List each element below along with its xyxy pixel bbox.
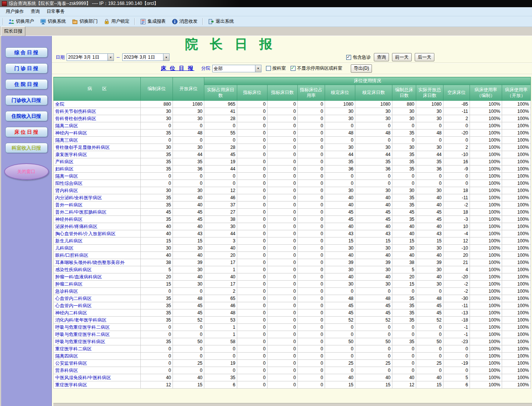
table-row[interactable]: 呼吸与危重症医学科病区35505800050503550-23100%100% <box>54 338 531 345</box>
sidebar-item-outpatient-income-daily[interactable]: 门诊收入日报 <box>5 95 48 105</box>
bed-daily-report-link[interactable]: 床 位 日 报 <box>161 65 194 72</box>
table-row[interactable]: 神经外科病区35453800045453545-3100%100% <box>54 216 531 223</box>
value-cell: 12 <box>204 187 237 194</box>
table-row[interactable]: 感染性疾病科病区530100030305304100%100% <box>54 266 531 273</box>
tab-director-daily-report[interactable]: 院长日报 <box>1 27 25 36</box>
switch-department-button[interactable]: 切换部门 <box>69 17 100 26</box>
value-cell: 36 <box>173 166 204 173</box>
hide-disabled-wards-checkbox[interactable]: ✓ 不显示停用病区或科室 <box>291 65 342 72</box>
table-row[interactable]: 阳性综合病区00000000000100%100% <box>54 180 531 187</box>
table-row[interactable]: 胸心血管外科/介入放射科病区40434400043434043-4100%100… <box>54 230 531 237</box>
menu-daily-affairs[interactable]: 日常事务 <box>43 7 68 16</box>
value-cell: 0 <box>237 115 268 122</box>
value-cell: 40 <box>392 223 416 230</box>
switch-user-button[interactable]: 切换用户 <box>6 17 37 26</box>
value-cell: 48 <box>416 130 443 137</box>
sidebar-item-bed-daily-active[interactable]: 床 位 日 报 <box>5 127 48 137</box>
value-cell: 45 <box>355 216 392 223</box>
table-row[interactable]: 肿瘤一科/血液病科病区20404000040402040-20100%100% <box>54 273 531 281</box>
table-row[interactable]: 隔离四病区00000000000100%100% <box>54 353 531 360</box>
table-row[interactable]: 骨科关节创伤科病区30304100030303030-11100%100% <box>54 108 531 115</box>
integrated-report-button[interactable]: 集成报表 <box>137 17 168 26</box>
table-row[interactable]: 脊柱微创手足显微外科病区303028000303030302100%100% <box>54 144 531 151</box>
sidebar-item-inpatient-income-daily[interactable]: 住院收入日报 <box>5 111 48 121</box>
value-cell: 35 <box>141 151 173 158</box>
value-cell: -1 <box>443 324 470 331</box>
switch-department-icon <box>72 19 78 25</box>
value-cell: 30 <box>416 266 443 273</box>
table-row[interactable]: 重症医学科病区12156000151512156100%100% <box>54 381 531 389</box>
sidebar-item-outpatient-daily[interactable]: 门 诊 日 报 <box>5 63 48 73</box>
previous-day-button[interactable]: 前一天 <box>392 53 412 61</box>
table-row[interactable]: 呼吸与危重症医学科二病区0010000000-1100%100% <box>54 331 531 338</box>
messages-button[interactable]: 消息收发 <box>169 17 200 26</box>
menu-query[interactable]: 查询 <box>27 7 43 16</box>
table-row[interactable]: 康复医学科病区35444500044443544-10100%100% <box>54 151 531 158</box>
chevron-down-icon[interactable]: ▼ <box>255 65 261 72</box>
table-row[interactable]: 产科病区3535190003535353516100%100% <box>54 158 531 166</box>
value-cell: 0 <box>392 288 416 295</box>
chevron-down-icon[interactable]: ▼ <box>163 54 169 61</box>
value-cell: 100% <box>470 331 502 338</box>
table-row[interactable]: 骨科脊柱创伤科病区303028000303030302100%100% <box>54 115 531 122</box>
table-row[interactable]: 肾内科病区3030120003030303018100%100% <box>54 187 531 194</box>
include-emergency-checkbox[interactable]: ✓ 包含急诊 <box>346 54 371 61</box>
next-day-button[interactable]: 后一天 <box>415 53 434 61</box>
value-cell: 100% <box>502 237 531 245</box>
table-row[interactable]: 普外一科病区35403700040403540-2100%100% <box>54 201 531 209</box>
value-cell: 0 <box>443 122 470 130</box>
table-row[interactable]: 隔离二病区00000000000100%100% <box>54 122 531 130</box>
table-row[interactable]: 眼科/口腔科病区4040200004040404020100%100% <box>54 252 531 259</box>
menu-user-operations[interactable]: 用户操作 <box>2 7 27 16</box>
sidebar-item-dept-income-daily[interactable]: 科室收入日报 <box>5 143 48 153</box>
ward-name-cell: 重症医学科二病区 <box>54 345 141 353</box>
table-row[interactable]: 公安监管科病区025190002525025-19100%100% <box>54 360 531 367</box>
value-cell: 0 <box>173 331 204 338</box>
query-button[interactable]: 查询 <box>374 53 389 61</box>
table-row[interactable]: 耳鼻咽喉头颈外科/烧伤整形美容外3839170003939383921100%1… <box>54 259 531 266</box>
table-row[interactable]: 心血管内一科病区35454600045453545-11100%100% <box>54 302 531 309</box>
table-row[interactable]: 新生儿科病区151530001515151512100%100% <box>54 237 531 245</box>
table-row[interactable]: 神经内一科病区35485500048483548-20100%100% <box>54 130 531 137</box>
value-cell: 0 <box>237 302 268 309</box>
table-row[interactable]: 急诊科病区0020000000-2100%100% <box>54 288 531 295</box>
table-row[interactable]: 呼吸与危重症医学科二病区0010000000-1100%100% <box>54 324 531 331</box>
sidebar-oval-button[interactable]: 关闭窗口 <box>4 163 49 180</box>
value-cell: 0 <box>173 324 204 331</box>
value-cell: 40 <box>173 374 204 381</box>
user-lock-button[interactable]: 用户锁定 <box>101 17 132 26</box>
branch-select[interactable]: 全部 ▼ <box>212 65 261 72</box>
table-row[interactable]: 内分泌科/全科医学病区35404600040403540-11100%100% <box>54 194 531 201</box>
horizontal-scrollbar[interactable] <box>53 403 532 406</box>
table-row[interactable]: 消化内科/老年医学科病区35525300052523552-18100%100% <box>54 317 531 324</box>
value-cell: -11 <box>443 302 470 309</box>
table-row[interactable]: 全院8801080965000108010808801080-85100%100… <box>54 101 531 108</box>
value-cell: 100% <box>470 317 502 324</box>
switch-system-button[interactable]: 切换系统 <box>37 17 68 26</box>
table-row[interactable]: 肿瘤二科病区15301700030301530-2100%100% <box>54 281 531 288</box>
sidebar-item-inpatient-daily[interactable]: 住 院 日 报 <box>5 79 48 89</box>
table-row[interactable]: 儿科病区30304000030303030-10100%100% <box>54 245 531 252</box>
table-row[interactable]: 普外二科/中医肛肠科病区4545270004545454518100%100% <box>54 209 531 216</box>
exit-system-button[interactable]: 退出系统 <box>205 17 236 26</box>
value-cell: 0 <box>325 180 355 187</box>
table-row[interactable]: 心血管内二科病区35486500048483548-30100%100% <box>54 295 531 302</box>
table-row[interactable]: 神经内二科病区35454800045453545-13100%100% <box>54 309 531 317</box>
table-row[interactable]: 隔离一病区00000000000100%100% <box>54 173 531 180</box>
chevron-down-icon[interactable]: ▼ <box>107 54 114 61</box>
table-row[interactable]: 妇科病区35364400036363536-9100%100% <box>54 166 531 173</box>
sidebar-item-comprehensive-daily[interactable]: 综 合 日 报 <box>5 47 48 58</box>
date-to-select[interactable]: 2023年 3月 1日 ▼ <box>122 53 170 61</box>
export-button[interactable]: 导出(D) <box>351 64 372 73</box>
value-cell: 0 <box>237 309 268 317</box>
value-cell: 35 <box>141 309 173 317</box>
value-cell: 965 <box>204 101 237 108</box>
by-department-checkbox[interactable]: 按科室 <box>266 65 286 72</box>
date-from-select[interactable]: 2023年 3月 1日 ▼ <box>67 53 114 61</box>
value-cell: 30 <box>355 281 392 288</box>
table-row[interactable]: 重症医学科二病区00000000000100%100% <box>54 345 531 353</box>
table-row[interactable]: 泌尿外科/疼痛科病区4040300004040404010100%100% <box>54 223 531 230</box>
table-row[interactable]: 中医风湿免疫科/中医科病区404035000404040405100%100% <box>54 374 531 381</box>
table-row[interactable]: 隔离三病区00000000000100%100% <box>54 137 531 144</box>
table-row[interactable]: 营养科病区00000000000100%100% <box>54 367 531 374</box>
